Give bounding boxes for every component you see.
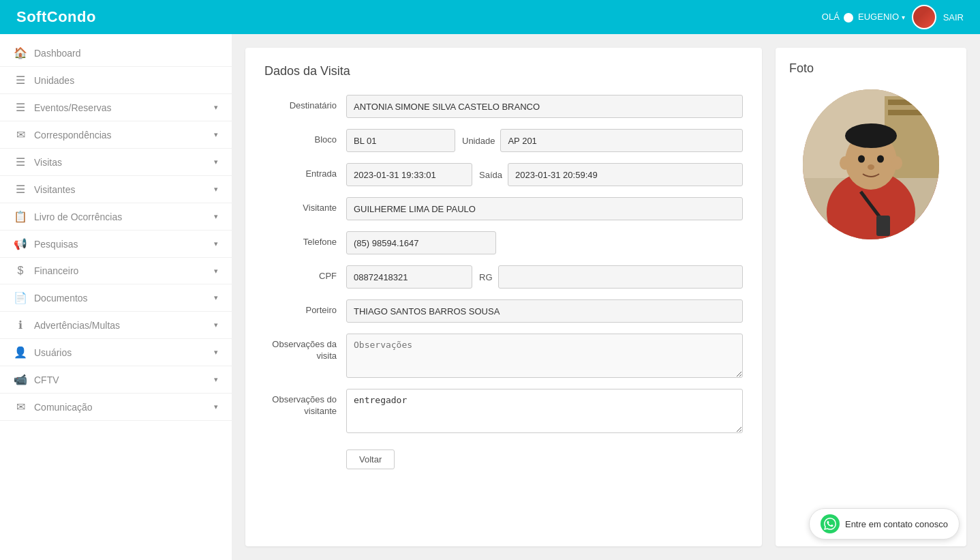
bloco-label: Bloco	[264, 129, 346, 146]
sidebar-label-unidades: Unidades	[34, 75, 74, 86]
chevron-down-icon-11: ▾	[214, 375, 218, 384]
whatsapp-label: Entre em contato conosco	[845, 519, 948, 529]
sidebar-item-visitas[interactable]: ☰ Visitas ▾	[0, 149, 232, 176]
sidebar-item-documentos[interactable]: 📄 Documentos ▾	[0, 284, 232, 312]
telefone-row: Telefone	[264, 231, 743, 254]
unidade-input[interactable]	[500, 129, 743, 152]
sidebar-label-cftv: CFTV	[34, 374, 59, 385]
cpf-label: CPF	[264, 265, 346, 282]
visitor-photo-svg	[803, 89, 939, 239]
destinatario-input[interactable]	[346, 95, 743, 118]
sidebar-item-pesquisas[interactable]: 📢 Pesquisas ▾	[0, 231, 232, 258]
chevron-down-icon-2: ▾	[214, 130, 218, 139]
chevron-down-icon: ▾	[214, 103, 218, 112]
obs-visitante-label: Observações do visitante	[264, 389, 346, 417]
main-content: Dados da Visita Destinatário Bloco Unida…	[232, 34, 980, 560]
whatsapp-contact-button[interactable]: Entre em contato conosco	[809, 508, 960, 540]
photo-card: Foto	[776, 48, 966, 546]
sidebar-label-eventos: Eventos/Reservas	[34, 102, 112, 113]
avatar[interactable]	[912, 5, 936, 29]
sidebar-item-livro[interactable]: 📋 Livro de Ocorrências ▾	[0, 203, 232, 231]
events-icon: ☰	[14, 101, 27, 114]
telefone-input[interactable]	[346, 231, 496, 254]
saida-label: Saída	[479, 170, 502, 180]
porteiro-row: Porteiro	[264, 299, 743, 323]
telefone-label: Telefone	[264, 231, 346, 248]
chevron-down-icon-5: ▾	[214, 212, 218, 221]
sidebar-item-dashboard[interactable]: 🏠 Dashboard	[0, 40, 232, 67]
entrada-input[interactable]	[346, 163, 472, 186]
sidebar-item-correspondencias[interactable]: ✉ Correspondências ▾	[0, 121, 232, 149]
units-icon: ☰	[14, 74, 27, 87]
svg-rect-4	[888, 110, 936, 115]
destinatario-label: Destinatário	[264, 95, 346, 112]
sidebar-label-correspondencias: Correspondências	[34, 130, 112, 141]
svg-point-12	[877, 156, 884, 163]
destinatario-row: Destinatário	[264, 95, 743, 118]
sidebar: 🏠 Dashboard ☰ Unidades ☰ Eventos/Reserva…	[0, 34, 232, 560]
sidebar-item-advertencias[interactable]: ℹ Advertências/Multas ▾	[0, 312, 232, 339]
top-navbar: SoftCondo OLÁ EUGENIO ▾ SAIR	[0, 0, 980, 34]
sidebar-item-comunicacao[interactable]: ✉ Comunicação ▾	[0, 394, 232, 421]
sidebar-label-dashboard: Dashboard	[34, 48, 81, 59]
main-layout: 🏠 Dashboard ☰ Unidades ☰ Eventos/Reserva…	[0, 34, 980, 560]
finance-icon: $	[14, 265, 27, 277]
user-icon-inline	[844, 13, 853, 23]
obs-visita-label: Observações da visita	[264, 334, 346, 362]
svg-rect-7	[876, 216, 890, 236]
sidebar-item-eventos[interactable]: ☰ Eventos/Reservas ▾	[0, 94, 232, 121]
user-dropdown-arrow[interactable]: ▾	[902, 14, 905, 21]
rg-label: RG	[479, 272, 493, 282]
rg-field: RG	[479, 265, 743, 289]
chevron-down-icon-7: ▾	[214, 267, 218, 276]
cpf-input[interactable]	[346, 265, 472, 289]
survey-icon: 📢	[14, 237, 27, 250]
saida-input[interactable]	[508, 163, 743, 186]
rg-input[interactable]	[498, 265, 744, 289]
svg-point-10	[845, 123, 897, 148]
sidebar-label-pesquisas: Pesquisas	[34, 239, 78, 250]
sidebar-item-cftv[interactable]: 📹 CFTV ▾	[0, 366, 232, 394]
obs-visita-row: Observações da visita	[264, 334, 743, 378]
bloco-unidade-group: Unidade	[346, 129, 743, 152]
entrada-saida-group: Saída	[346, 163, 743, 186]
visitante-input[interactable]	[346, 197, 743, 220]
greeting-text: OLÁ EUGENIO ▾	[822, 12, 905, 23]
sidebar-label-visitas: Visitas	[34, 157, 62, 168]
user-icon: 👤	[14, 346, 27, 359]
porteiro-input[interactable]	[346, 299, 743, 323]
sidebar-item-visitantes[interactable]: ☰ Visitantes ▾	[0, 176, 232, 203]
voltar-button[interactable]: Voltar	[346, 450, 395, 469]
entrada-label: Entrada	[264, 163, 346, 180]
visitante-label: Visitante	[264, 197, 346, 214]
navbar-right: OLÁ EUGENIO ▾ SAIR	[822, 5, 964, 29]
bloco-input[interactable]	[346, 129, 455, 152]
chevron-down-icon-10: ▾	[214, 348, 218, 357]
obs-visitante-row: Observações do visitante	[264, 389, 743, 433]
bloco-unidade-row: Bloco Unidade	[264, 129, 743, 152]
svg-rect-3	[888, 100, 936, 105]
chevron-down-icon-9: ▾	[214, 321, 218, 329]
app-brand: SoftCondo	[16, 8, 96, 26]
cpf-rg-group: RG	[346, 265, 743, 289]
obs-visitante-textarea[interactable]	[346, 389, 743, 433]
sidebar-item-financeiro[interactable]: $ Financeiro ▾	[0, 258, 232, 284]
chevron-down-icon-4: ▾	[214, 185, 218, 194]
sidebar-label-usuarios: Usuários	[34, 347, 72, 358]
camera-icon: 📹	[14, 373, 27, 386]
sidebar-label-documentos: Documentos	[34, 293, 88, 304]
chevron-down-icon-8: ▾	[214, 293, 218, 302]
mail-icon: ✉	[14, 128, 27, 141]
sidebar-item-unidades[interactable]: ☰ Unidades	[0, 67, 232, 94]
photo-title: Foto	[789, 61, 814, 76]
obs-visita-textarea[interactable]	[346, 334, 743, 378]
svg-point-11	[858, 156, 865, 163]
warning-icon: ℹ	[14, 319, 27, 331]
form-actions: Voltar	[264, 444, 743, 469]
visitor-photo	[803, 89, 939, 239]
sidebar-item-usuarios[interactable]: 👤 Usuários ▾	[0, 339, 232, 366]
logout-button[interactable]: SAIR	[943, 12, 964, 23]
visit-form-card: Dados da Visita Destinatário Bloco Unida…	[245, 48, 762, 546]
sidebar-label-visitantes: Visitantes	[34, 184, 75, 195]
whatsapp-icon	[821, 514, 840, 533]
